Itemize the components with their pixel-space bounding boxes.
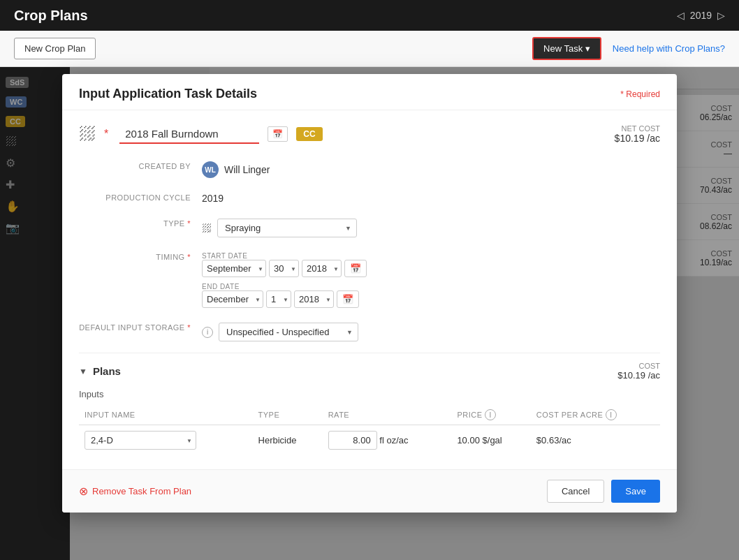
- task-type-icon: ⛆: [79, 124, 96, 144]
- plans-section: ▼ Plans COST $10.19 /ac Inputs: [79, 353, 660, 455]
- col-cost-per-acre: COST PER ACRE i: [531, 405, 660, 425]
- calendar-button[interactable]: 📅: [268, 126, 288, 142]
- modal-footer: ⊗ Remove Task From Plan Cancel Save: [62, 469, 677, 513]
- storage-select[interactable]: Unspecified - Unspecified: [219, 323, 358, 341]
- production-cycle-value: 2019: [202, 189, 224, 204]
- modal-body: ⛆ * 📅 CC NET COST $10.19 /ac CREATED BY …: [62, 110, 677, 469]
- footer-right: Cancel Save: [547, 480, 660, 503]
- start-date-label: START DATE: [202, 252, 367, 260]
- start-year-wrapper: 2018: [302, 260, 342, 277]
- production-cycle-label: PRODUCTION CYCLE: [79, 189, 191, 202]
- remove-label: Remove Task From Plan: [92, 486, 191, 496]
- end-day-select[interactable]: 1: [266, 290, 291, 308]
- net-cost-display: NET COST $10.19 /ac: [615, 124, 660, 144]
- new-crop-plan-button[interactable]: New Crop Plan: [14, 38, 96, 59]
- timing-label: TIMING *: [79, 249, 191, 261]
- spraying-icon: ⛆: [202, 223, 212, 234]
- next-year-icon[interactable]: ▷: [717, 10, 725, 21]
- cost-per-acre-info-icon[interactable]: i: [606, 409, 617, 420]
- table-row: 2,4-D Herbicide fl oz/ac: [79, 425, 660, 456]
- save-button[interactable]: Save: [611, 480, 660, 503]
- created-by-value: WL Will Linger: [202, 158, 270, 178]
- storage-info-icon[interactable]: i: [202, 327, 213, 338]
- type-select[interactable]: Spraying: [217, 219, 357, 237]
- end-year-select[interactable]: 2018: [294, 290, 334, 308]
- col-price: PRICE i: [451, 405, 530, 425]
- table-header-row: INPUT NAME TYPE RATE PRICE: [79, 405, 660, 425]
- end-date-label: END DATE: [202, 283, 367, 290]
- end-year-wrapper: 2018: [294, 290, 334, 308]
- new-task-button[interactable]: New Task ▾: [532, 37, 601, 60]
- production-cycle-row: PRODUCTION CYCLE 2019: [79, 189, 660, 204]
- start-month-select[interactable]: September: [202, 260, 266, 277]
- type-value: ⛆ Spraying: [202, 215, 357, 237]
- plans-title-row: ▼ Plans: [79, 365, 121, 377]
- rate-unit: fl oz/ac: [379, 435, 408, 445]
- start-date-inputs: September 30: [202, 260, 367, 277]
- type-select-wrapper: Spraying: [217, 219, 357, 237]
- col-input-name: INPUT NAME: [79, 405, 253, 425]
- modal-overlay: Input Application Task Details * Require…: [0, 67, 739, 560]
- plans-title: Plans: [93, 365, 121, 377]
- plans-cost-label: COST: [617, 362, 660, 370]
- input-name-cell: 2,4-D: [79, 425, 253, 456]
- right-actions: New Task ▾ Need help with Crop Plans?: [532, 37, 725, 60]
- remove-task-button[interactable]: ⊗ Remove Task From Plan: [79, 485, 191, 498]
- end-date-group: END DATE December 1: [202, 283, 367, 308]
- default-input-storage-value: i Unspecified - Unspecified: [202, 319, 358, 341]
- start-day-select[interactable]: 30: [269, 260, 299, 277]
- timing-row: TIMING * START DATE September: [79, 249, 660, 308]
- input-type-cell: Herbicide: [253, 425, 323, 456]
- default-input-storage-row: DEFAULT INPUT STORAGE * i Unspecified - …: [79, 319, 660, 341]
- prev-year-icon[interactable]: ◁: [677, 10, 685, 21]
- start-year-select[interactable]: 2018: [302, 260, 342, 277]
- plans-chevron-icon[interactable]: ▼: [79, 367, 87, 376]
- col-rate: RATE: [323, 405, 452, 425]
- creator-avatar: WL: [202, 161, 219, 178]
- type-row: TYPE * ⛆ Spraying: [79, 215, 660, 237]
- type-label: TYPE *: [79, 215, 191, 228]
- main-content: SdS WC CC ⛆ ⚙ ✚ ✋ 📷 Planting COST: [0, 67, 739, 560]
- date-row: START DATE September: [202, 252, 367, 308]
- input-name-select[interactable]: 2,4-D: [85, 431, 196, 450]
- start-month-wrapper: September: [202, 260, 266, 277]
- modal-title: Input Application Task Details: [79, 87, 257, 101]
- year-label: 2019: [690, 10, 712, 21]
- sub-toolbar: New Crop Plan New Task ▾ Need help with …: [0, 31, 739, 67]
- plans-cost-value: $10.19 /ac: [617, 370, 660, 381]
- rate-input[interactable]: [328, 431, 377, 450]
- col-type: TYPE: [253, 405, 323, 425]
- price-info-icon[interactable]: i: [485, 409, 496, 420]
- inputs-section: Inputs INPUT NAME TYPE: [79, 389, 660, 455]
- start-day-wrapper: 30: [269, 260, 299, 277]
- storage-select-wrapper: Unspecified - Unspecified: [219, 323, 358, 341]
- task-name-input[interactable]: [119, 125, 259, 144]
- timing-value: START DATE September: [202, 249, 367, 308]
- cancel-button[interactable]: Cancel: [547, 480, 604, 503]
- input-cost-per-acre-cell: $0.63/ac: [531, 425, 660, 456]
- end-calendar-button[interactable]: 📅: [337, 290, 359, 308]
- year-nav[interactable]: ◁ 2019 ▷: [677, 10, 725, 21]
- created-by-row: CREATED BY WL Will Linger: [79, 158, 660, 178]
- input-name-wrapper: 2,4-D: [85, 431, 196, 450]
- remove-icon: ⊗: [79, 485, 88, 498]
- cc-badge-modal: CC: [296, 127, 322, 141]
- created-by-label: CREATED BY: [79, 158, 191, 170]
- modal-header: Input Application Task Details * Require…: [62, 74, 677, 110]
- end-date-inputs: December 1: [202, 290, 367, 308]
- net-cost-label: NET COST: [615, 124, 660, 133]
- end-month-select[interactable]: December: [202, 290, 263, 308]
- help-link[interactable]: Need help with Crop Plans?: [613, 43, 725, 54]
- inputs-table: INPUT NAME TYPE RATE PRICE: [79, 405, 660, 455]
- page-title: Crop Plans: [14, 8, 88, 24]
- net-cost-value: $10.19 /ac: [615, 133, 660, 144]
- default-input-storage-label: DEFAULT INPUT STORAGE *: [79, 319, 191, 332]
- modal-dialog: Input Application Task Details * Require…: [62, 74, 677, 513]
- required-label: * Required: [620, 89, 660, 99]
- creator-name: Will Linger: [224, 164, 270, 175]
- inputs-label: Inputs: [79, 389, 660, 399]
- start-calendar-button[interactable]: 📅: [344, 260, 367, 277]
- task-name-row: ⛆ * 📅 CC NET COST $10.19 /ac: [79, 124, 660, 144]
- end-day-wrapper: 1: [266, 290, 291, 308]
- top-bar: Crop Plans ◁ 2019 ▷: [0, 0, 739, 31]
